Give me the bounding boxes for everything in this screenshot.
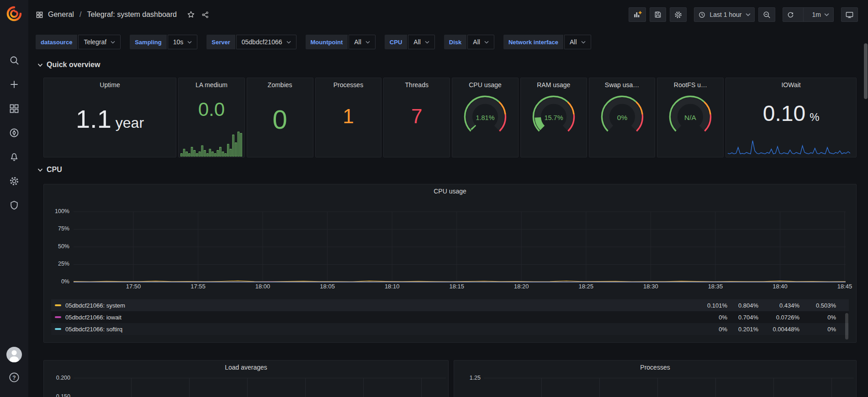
panel-title[interactable]: CPU usage [44, 184, 856, 195]
x-axis-tick: 18:30 [635, 283, 667, 290]
panel-title[interactable]: RAM usage [521, 78, 587, 89]
panel-title[interactable]: IOWait [726, 78, 856, 89]
legend-value: 0.434% [758, 302, 799, 309]
share-icon[interactable] [201, 11, 209, 19]
panel-title[interactable]: RootFS u… [657, 78, 723, 89]
refresh-group: 1m [783, 7, 834, 22]
variable-value-dropdown[interactable]: All [408, 35, 435, 49]
create-plus-icon[interactable] [9, 79, 20, 90]
page-scrollbar[interactable] [864, 43, 868, 99]
panel-title[interactable]: LA medium [179, 78, 244, 89]
grafana-logo[interactable] [5, 5, 23, 23]
panel-title[interactable]: Load averages [44, 360, 448, 371]
variable-value: All [413, 38, 421, 46]
variable-value: 05dbdcf21066 [242, 38, 282, 46]
cycle-view-mode-button[interactable] [841, 7, 858, 22]
legend-scrollbar[interactable] [845, 313, 848, 340]
panel-title[interactable]: CPU usage [452, 78, 518, 89]
variable-cpu: CPU All [385, 35, 435, 49]
section-title: CPU [47, 166, 62, 174]
server-admin-shield-icon[interactable] [9, 200, 20, 211]
save-dashboard-button[interactable] [650, 7, 666, 22]
stat-value-group: 7 [384, 90, 450, 157]
add-panel-button[interactable] [629, 7, 646, 22]
breadcrumb-folder[interactable]: General [48, 10, 74, 19]
x-axis-tick: 18:25 [570, 283, 602, 290]
chart-grid [484, 378, 854, 397]
variable-value-dropdown[interactable]: All [564, 35, 591, 49]
legend-values: 0% 0.704% 0.0726% 0% [691, 311, 836, 323]
x-axis-tick: 18:40 [764, 283, 796, 290]
alerting-bell-icon[interactable] [9, 151, 20, 162]
legend-series-name[interactable]: 05dbdcf21066: iowait [65, 314, 122, 321]
panel-load-averages: Load averages 0.200 0.150 [43, 360, 449, 397]
panel-la-medium: LA medium 0.0 [178, 78, 245, 157]
panel-title[interactable]: Threads [384, 78, 450, 89]
dashboards-icon[interactable] [9, 103, 20, 114]
stat-value-group: 1.1 year [44, 90, 176, 157]
variable-value-dropdown[interactable]: All [467, 35, 494, 49]
top-nav: General / Telegraf: system dashboard [28, 0, 868, 29]
cpu-usage-time-series[interactable] [44, 201, 857, 290]
x-axis-tick: 18:00 [247, 283, 279, 290]
chevron-down-icon [581, 41, 586, 44]
variable-value-dropdown[interactable]: 05dbdcf21066 [236, 35, 296, 49]
panel-title[interactable]: Uptime [44, 78, 176, 89]
variable-value: All [354, 38, 361, 46]
time-range-picker[interactable]: Last 1 hour [694, 7, 754, 22]
legend-value: 0.804% [727, 302, 758, 309]
chevron-down-icon [824, 13, 829, 16]
panel-rootfs-usage-gauge: RootFS u… N/A [657, 78, 724, 157]
gauge-value: 15.7% [544, 115, 563, 122]
toolbar: Last 1 hour 1m [629, 7, 858, 22]
panel-title[interactable]: Zombies [247, 78, 313, 89]
chevron-down-icon [365, 41, 370, 44]
zoom-out-button[interactable] [758, 7, 775, 22]
stat-unit: year [116, 115, 144, 130]
search-icon[interactable] [9, 55, 20, 66]
refresh-button[interactable] [783, 8, 799, 21]
help-icon[interactable]: ? [8, 371, 20, 383]
star-icon[interactable] [187, 10, 195, 19]
configuration-gear-icon[interactable] [9, 176, 20, 187]
panel-title[interactable]: Processes [454, 360, 856, 371]
time-range-label: Last 1 hour [709, 11, 741, 18]
y-axis-tick: 1.25 [454, 375, 481, 381]
stat-unit: % [810, 112, 819, 123]
gauge-value: 1.81% [476, 115, 494, 122]
y-axis-tick: 0.150 [44, 393, 70, 397]
zoom-out-icon [762, 10, 771, 19]
legend-row: 05dbdcf21066: iowait 0% 0.704% 0.0726% 0… [51, 311, 849, 323]
button-divider [803, 8, 804, 21]
legend-value: 0.704% [727, 314, 758, 321]
panel-title[interactable]: Processes [316, 78, 381, 89]
legend-series-name[interactable]: 05dbdcf21066: system [65, 302, 125, 309]
chart-legend: 05dbdcf21066: system 0.101% 0.804% 0.434… [51, 299, 849, 335]
legend-series-name[interactable]: 05dbdcf21066: softirq [65, 326, 122, 333]
quick-overview-row: Uptime 1.1 year LA medium 0.0 Zombies 0 … [43, 78, 857, 157]
refresh-interval-picker[interactable]: 1m [808, 8, 833, 21]
row-cpu[interactable]: CPU [37, 165, 62, 175]
x-axis-tick: 18:45 [829, 283, 857, 290]
y-axis-tick: 0.200 [44, 375, 70, 381]
panel-processes-chart: Processes 1.25 [454, 360, 857, 397]
legend-value: 0.0726% [758, 314, 799, 321]
row-quick-overview[interactable]: Quick overview [37, 60, 100, 70]
variable-value: All [570, 38, 577, 46]
dashboard-settings-button[interactable] [670, 7, 687, 22]
chevron-down-icon [425, 41, 429, 44]
stat-value: 0.0 [198, 100, 225, 119]
explore-compass-icon[interactable] [9, 127, 20, 138]
chevron-down-icon [746, 13, 751, 16]
dashboard-title[interactable]: Telegraf: system dashboard [87, 10, 177, 19]
variable-label: Disk [444, 35, 466, 49]
variable-value-dropdown[interactable]: 10s [168, 35, 198, 49]
variable-value-dropdown[interactable]: All [349, 35, 376, 49]
panel-title[interactable]: Swap usa… [589, 78, 655, 89]
x-axis-tick: 18:15 [441, 283, 473, 290]
chevron-down-icon [37, 168, 43, 172]
stat-value: 1.1 [76, 106, 111, 132]
variable-value-dropdown[interactable]: Telegraf [78, 35, 121, 49]
user-avatar[interactable] [6, 347, 22, 362]
gauge-value: N/A [684, 114, 696, 122]
